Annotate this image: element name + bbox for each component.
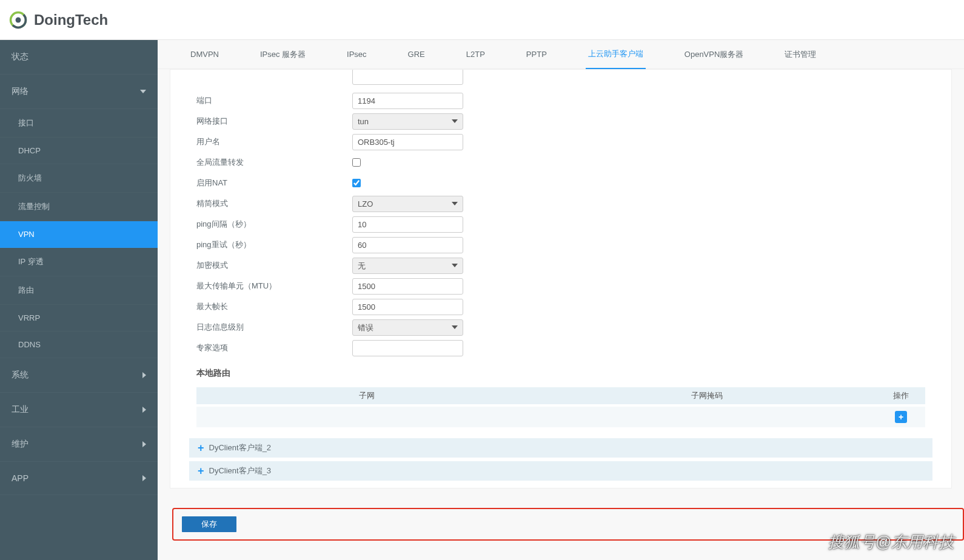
sidebar-item-traffic[interactable]: 流量控制 — [0, 193, 158, 221]
save-highlight-box: 保存 — [172, 508, 964, 541]
chevron-right-icon — [142, 441, 146, 447]
ping-retry-label: ping重试（秒） — [186, 239, 352, 250]
sidebar-item-network[interactable]: 网络 — [0, 75, 158, 109]
save-button[interactable]: 保存 — [182, 516, 236, 532]
compress-select[interactable]: LZO — [352, 196, 463, 212]
global-fwd-label: 全局流量转发 — [186, 157, 352, 168]
sidebar-item-status[interactable]: 状态 — [0, 40, 158, 75]
plus-icon: + — [198, 442, 204, 455]
sidebar-item-route[interactable]: 路由 — [0, 276, 158, 305]
sidebar-item-vpn[interactable]: VPN — [0, 221, 158, 248]
tab-dmvpn[interactable]: DMVPN — [188, 41, 221, 67]
chevron-right-icon — [142, 372, 146, 378]
vpn-tab-bar: DMVPN IPsec 服务器 IPsec GRE L2TP PPTP 上云助手… — [158, 40, 964, 69]
sidebar-item-app[interactable]: APP — [0, 462, 158, 495]
encrypt-select[interactable]: 无 — [352, 258, 463, 274]
max-frame-label: 最大帧长 — [186, 301, 352, 312]
sidebar-item-firewall[interactable]: 防火墙 — [0, 164, 158, 193]
sidebar-item-ddns[interactable]: DDNS — [0, 332, 158, 358]
sidebar-label-network: 网络 — [12, 86, 28, 97]
log-level-label: 日志信息级别 — [186, 322, 352, 333]
chevron-down-icon — [140, 90, 146, 93]
tab-openvpn-server[interactable]: OpenVPN服务器 — [682, 41, 746, 68]
truncated-input[interactable] — [352, 70, 463, 85]
brand-icon — [8, 10, 28, 30]
sidebar-item-ip-passthrough[interactable]: IP 穿透 — [0, 248, 158, 276]
plus-icon: + — [198, 465, 204, 478]
sidebar-label-app: APP — [12, 473, 28, 483]
app-header: DoingTech — [0, 0, 964, 40]
tab-l2tp[interactable]: L2TP — [464, 41, 487, 67]
chevron-right-icon — [142, 475, 146, 481]
mtu-label: 最大传输单元（MTU） — [186, 281, 352, 292]
svg-point-2 — [16, 17, 21, 22]
net-if-select[interactable]: tun — [352, 113, 463, 130]
table-action-row: + — [196, 407, 925, 427]
sidebar-nav: 状态 网络 接口 DHCP 防火墙 流量控制 VPN IP 穿透 路由 VRRP… — [0, 40, 158, 560]
enable-nat-label: 启用NAT — [186, 178, 352, 188]
col-subnet-header: 子网 — [196, 390, 537, 401]
tab-cert[interactable]: 证书管理 — [782, 41, 818, 68]
tab-pptp[interactable]: PPTP — [524, 41, 549, 67]
tab-ipsec[interactable]: IPsec — [344, 41, 369, 67]
global-fwd-checkbox[interactable] — [352, 158, 361, 167]
sidebar-label-status: 状态 — [12, 52, 28, 62]
port-input[interactable] — [352, 93, 463, 109]
sidebar-item-maintenance[interactable]: 维护 — [0, 427, 158, 462]
add-route-button[interactable]: + — [895, 411, 907, 423]
mtu-input[interactable] — [352, 278, 463, 295]
net-if-label: 网络接口 — [186, 116, 352, 127]
tab-gre[interactable]: GRE — [406, 41, 427, 67]
sidebar-item-interface[interactable]: 接口 — [0, 109, 158, 138]
col-mask-header: 子网掩码 — [537, 390, 877, 401]
chevron-right-icon — [142, 407, 146, 413]
table-header-row: 子网 子网掩码 操作 — [196, 387, 925, 404]
sidebar-item-dhcp[interactable]: DHCP — [0, 138, 158, 164]
brand-name: DoingTech — [34, 12, 108, 28]
compress-label: 精简模式 — [186, 198, 352, 209]
enable-nat-checkbox[interactable] — [352, 179, 361, 187]
ping-retry-input[interactable] — [352, 237, 463, 253]
sidebar-item-system[interactable]: 系统 — [0, 358, 158, 393]
sidebar-label-system: 系统 — [12, 370, 28, 381]
form-row-truncated — [186, 70, 936, 90]
client-label-2: DyClient客户端_2 — [209, 442, 272, 453]
sidebar-label-industry: 工业 — [12, 404, 28, 415]
encrypt-label: 加密模式 — [186, 260, 352, 271]
config-panel: 端口 网络接口 tun 用户名 全局流量转发 启用NAT 精简模式 LZO — [170, 69, 952, 488]
local-route-title: 本地路由 — [186, 358, 936, 387]
port-label: 端口 — [186, 95, 352, 106]
brand-logo: DoingTech — [8, 10, 108, 30]
sidebar-label-maintenance: 维护 — [12, 439, 28, 450]
client-row-2[interactable]: + DyClient客户端_2 — [189, 438, 932, 458]
expert-label: 专家选项 — [186, 342, 352, 353]
sidebar-item-vrrp[interactable]: VRRP — [0, 305, 158, 332]
username-input[interactable] — [352, 134, 463, 150]
tab-cloud-client[interactable]: 上云助手客户端 — [586, 40, 646, 69]
local-route-table: 子网 子网掩码 操作 + — [196, 387, 925, 427]
expert-input[interactable] — [352, 340, 463, 356]
sidebar-item-industry[interactable]: 工业 — [0, 393, 158, 427]
col-op-header: 操作 — [877, 390, 925, 401]
ping-interval-input[interactable] — [352, 216, 463, 233]
client-label-3: DyClient客户端_3 — [209, 465, 272, 476]
client-row-3[interactable]: + DyClient客户端_3 — [189, 461, 932, 481]
tab-ipsec-server[interactable]: IPsec 服务器 — [258, 41, 308, 68]
log-level-select[interactable]: 错误 — [352, 319, 463, 336]
username-label: 用户名 — [186, 136, 352, 147]
max-frame-input[interactable] — [352, 299, 463, 315]
ping-interval-label: ping间隔（秒） — [186, 219, 352, 230]
